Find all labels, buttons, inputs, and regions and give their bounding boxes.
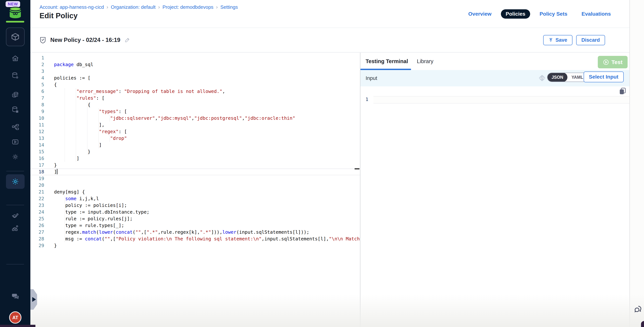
cube-icon bbox=[11, 32, 20, 41]
format-json[interactable]: JSON bbox=[548, 73, 568, 82]
code-line[interactable]: 4policies := [ bbox=[30, 75, 360, 81]
code-line[interactable]: 16 ] bbox=[30, 155, 360, 162]
breadcrumb-link[interactable]: Organization: default bbox=[111, 4, 156, 10]
code-line[interactable]: 29} bbox=[30, 242, 360, 249]
code-line[interactable]: 7 "rules": [ bbox=[30, 95, 360, 101]
breadcrumb-link[interactable]: Account: app-harness-ng-cicd bbox=[40, 4, 104, 10]
code-line[interactable]: 14 ] bbox=[30, 142, 360, 148]
line-content: { bbox=[44, 101, 360, 108]
line-number: 17 bbox=[30, 162, 44, 169]
code-line[interactable]: 25 rule := policy.rules[j]; bbox=[30, 215, 360, 222]
input-label: Input bbox=[366, 75, 377, 81]
sidebar-item-db-instances[interactable] bbox=[0, 72, 30, 80]
nav-tab-evaluations[interactable]: Evaluations bbox=[577, 9, 616, 19]
code-line[interactable]: 26 type = rule.types[_]; bbox=[30, 222, 360, 229]
resource-center-chat-icon[interactable] bbox=[632, 304, 643, 315]
code-line[interactable]: 2package db_sql bbox=[30, 61, 360, 68]
sidebar-item-databases[interactable] bbox=[0, 91, 30, 99]
sidebar-item-home[interactable] bbox=[0, 54, 30, 62]
code-line[interactable]: 8 { bbox=[30, 101, 360, 108]
tab-library[interactable]: Library bbox=[417, 58, 434, 64]
line-content: } bbox=[44, 162, 360, 169]
code-line[interactable]: 1 bbox=[30, 54, 360, 61]
indent-guide bbox=[110, 115, 110, 122]
line-number: 15 bbox=[30, 148, 44, 155]
sidebar-item-default-settings[interactable] bbox=[0, 212, 30, 220]
code-line[interactable]: 10 "jdbc:sqlserver","jdbc:mysql","jdbc:p… bbox=[30, 115, 360, 122]
breadcrumb-link[interactable]: Project: demodbdevops bbox=[162, 4, 213, 10]
policy-name: New Policy - 02/24 - 16:19 bbox=[50, 37, 120, 43]
line-content: msg := concat("",["Policy violation:\n T… bbox=[44, 236, 360, 242]
code-line[interactable]: 12 "regex": [ bbox=[30, 128, 360, 135]
select-input-button[interactable]: Select Input bbox=[584, 71, 624, 82]
copy-icon[interactable] bbox=[619, 87, 626, 95]
line-number: 9 bbox=[30, 108, 44, 115]
org-gear-icon bbox=[11, 224, 19, 232]
code-line[interactable]: 19 bbox=[30, 175, 360, 182]
user-avatar[interactable]: AT bbox=[9, 311, 22, 324]
line-content: some i,j,k,l bbox=[44, 195, 360, 202]
indent-guide bbox=[110, 135, 110, 142]
code-line[interactable]: 22 some i,j,k,l bbox=[30, 195, 360, 202]
test-button[interactable]: Test bbox=[598, 56, 628, 68]
code-line[interactable]: 27 regex.match(lower(concat("",[".*",rul… bbox=[30, 229, 360, 236]
code-line[interactable]: 18] bbox=[30, 169, 360, 175]
save-button[interactable]: Save bbox=[543, 35, 572, 45]
code-lines: 12package db_sql34policies := [5{6 "erro… bbox=[30, 54, 360, 249]
sidebar-item-pipelines[interactable] bbox=[0, 123, 30, 131]
policy-shield-icon bbox=[40, 36, 46, 44]
discard-button[interactable]: Discard bbox=[576, 35, 605, 45]
play-box-icon bbox=[11, 138, 19, 146]
line-number: 18 bbox=[30, 169, 44, 175]
line-number: 29 bbox=[30, 242, 44, 249]
edit-pencil-icon[interactable] bbox=[124, 37, 130, 43]
indent-guide bbox=[76, 95, 76, 101]
input-editor[interactable]: 1 bbox=[360, 96, 630, 103]
code-line[interactable]: 5{ bbox=[30, 81, 360, 88]
play-circle-icon bbox=[603, 59, 609, 65]
code-line[interactable]: 28 msg := concat("",["Policy violation:\… bbox=[30, 236, 360, 242]
code-line[interactable]: 17} bbox=[30, 162, 360, 169]
page-title: Edit Policy bbox=[40, 11, 78, 20]
sidebar-item-configure[interactable] bbox=[0, 153, 30, 161]
code-line[interactable]: 20 bbox=[30, 182, 360, 189]
code-line[interactable]: 3 bbox=[30, 68, 360, 75]
line-number: 6 bbox=[30, 88, 44, 95]
code-line[interactable]: 9 "types": [ bbox=[30, 108, 360, 115]
sidebar-item-org-settings[interactable] bbox=[0, 224, 30, 232]
line-content bbox=[44, 68, 360, 75]
nav-tab-policy-sets[interactable]: Policy Sets bbox=[534, 9, 572, 19]
code-line[interactable]: 23 policy := policies[i]; bbox=[30, 202, 360, 209]
line-content: type := input.dbInstance.type; bbox=[44, 209, 360, 215]
database-gear-icon bbox=[11, 72, 19, 80]
dbdevops-logo-icon[interactable]: ∞ bbox=[8, 7, 22, 19]
home-icon bbox=[11, 54, 19, 62]
sidebar-module-button[interactable] bbox=[6, 27, 24, 46]
line-number: 14 bbox=[30, 142, 44, 148]
code-line[interactable]: 24 type := input.dbInstance.type; bbox=[30, 209, 360, 215]
code-line[interactable]: 15 } bbox=[30, 148, 360, 155]
code-line[interactable]: 13 "drop" bbox=[30, 135, 360, 142]
sidebar-divider bbox=[6, 264, 24, 265]
gear-icon bbox=[11, 153, 19, 161]
line-content: "types": [ bbox=[44, 108, 360, 115]
sidebar-help-button[interactable]: ? bbox=[0, 292, 30, 300]
code-line[interactable]: 21deny[msg] { bbox=[30, 189, 360, 195]
tab-testing-terminal[interactable]: Testing Terminal bbox=[366, 58, 408, 64]
code-line[interactable]: 6 "error_message": "Dropping of table is… bbox=[30, 88, 360, 95]
breadcrumb-link[interactable]: Settings bbox=[220, 4, 238, 10]
policy-code-editor[interactable]: 12package db_sql34policies := [5{6 "erro… bbox=[30, 53, 360, 327]
nav-tab-policies[interactable]: Policies bbox=[501, 9, 530, 19]
sidebar-item-db-schemas[interactable] bbox=[0, 106, 30, 114]
line-number: 11 bbox=[30, 122, 44, 128]
line-content: ], bbox=[44, 122, 360, 128]
svg-text:</>: </> bbox=[540, 76, 544, 80]
line-content: ] bbox=[44, 169, 360, 175]
nav-tab-overview[interactable]: Overview bbox=[464, 9, 496, 19]
line-content: ] bbox=[44, 155, 360, 162]
sidebar-item-executions[interactable] bbox=[0, 138, 30, 146]
input-editor-line[interactable] bbox=[374, 96, 630, 103]
code-line[interactable]: 11 ], bbox=[30, 122, 360, 128]
sidebar-item-settings-active[interactable] bbox=[6, 174, 24, 189]
line-number: 24 bbox=[30, 209, 44, 215]
